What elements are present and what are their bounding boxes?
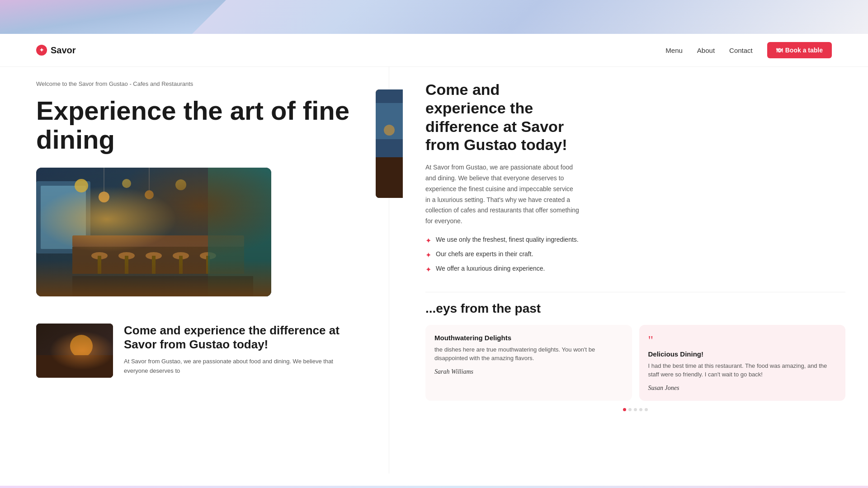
top-bar-decoration: [0, 0, 226, 34]
page-wrapper: ✦ Savor Menu About Contact 🍽 Book a tabl…: [0, 34, 868, 486]
quote-mark-icon: ": [648, 334, 837, 347]
svg-rect-2: [36, 181, 90, 253]
svg-point-9: [91, 252, 108, 259]
second-restaurant-image: [36, 324, 113, 378]
dot-3[interactable]: [634, 408, 637, 411]
dot-1[interactable]: [623, 408, 626, 411]
svg-rect-3: [41, 186, 86, 249]
left-column: Welcome to the Savor from Gustao - Cafes…: [0, 67, 389, 474]
content-area: Welcome to the Savor from Gustao - Cafes…: [0, 67, 868, 474]
feature-1-icon: ✦: [425, 236, 431, 245]
restaurant-image: [36, 168, 271, 296]
review-card-2: " Delicious Dining! I had the best time …: [639, 325, 846, 401]
feature-2-text: Our chefs are experts in their craft.: [436, 250, 533, 258]
dot-2[interactable]: [628, 408, 632, 411]
review-2-title: Delicious Dining!: [648, 350, 837, 358]
svg-rect-24: [72, 276, 253, 296]
logo-text: Savor: [51, 45, 76, 56]
svg-point-31: [384, 125, 395, 136]
right-section-desc: At Savor from Gustao, we are passionate …: [425, 162, 579, 227]
feature-1: ✦ We use only the freshest, finest quali…: [425, 236, 845, 245]
feature-3-text: We offer a luxurious dining experience.: [436, 265, 545, 272]
svg-rect-19: [208, 168, 271, 296]
feature-1-text: We use only the freshest, finest quality…: [436, 236, 579, 243]
svg-point-27: [70, 335, 93, 357]
breadcrumb: Welcome to the Savor from Gustao - Cafes…: [36, 80, 353, 87]
reviews-grid: Mouthwatering Delights the dishes here a…: [425, 325, 845, 401]
svg-rect-16: [179, 256, 183, 274]
nav-contact[interactable]: Contact: [729, 47, 753, 54]
second-content-block: Come and experience the difference at Sa…: [36, 324, 353, 378]
svg-rect-8: [72, 247, 244, 274]
review-2-text: I had the best time at this restaurant. …: [648, 361, 837, 379]
svg-point-5: [122, 179, 131, 188]
svg-rect-14: [152, 256, 156, 274]
second-text: Come and experience the difference at Sa…: [124, 324, 353, 376]
second-block-title: Come and experience the difference at Sa…: [124, 324, 353, 352]
feature-3-icon: ✦: [425, 265, 431, 274]
reviews-title-partial: ...eys from the past: [425, 301, 541, 315]
hero-title: Experience the art of fine dining: [36, 96, 353, 154]
book-table-button[interactable]: 🍽 Book a table: [767, 42, 832, 58]
dot-4[interactable]: [639, 408, 642, 411]
feature-2: ✦ Our chefs are experts in their craft.: [425, 250, 845, 259]
dot-5[interactable]: [645, 408, 648, 411]
svg-rect-25: [36, 324, 113, 378]
svg-rect-28: [36, 355, 113, 378]
second-image-svg: [36, 324, 113, 378]
svg-point-17: [200, 252, 216, 259]
svg-rect-18: [206, 256, 210, 274]
svg-rect-0: [36, 168, 271, 296]
svg-rect-10: [98, 256, 101, 274]
review-card-1: Mouthwatering Delights the dishes here a…: [425, 325, 632, 401]
book-icon: 🍽: [776, 47, 783, 54]
feature-2-icon: ✦: [425, 251, 431, 259]
feature-3: ✦ We offer a luxurious dining experience…: [425, 265, 845, 274]
svg-rect-26: [36, 324, 113, 378]
partial-image-svg: [376, 89, 403, 198]
svg-rect-12: [125, 256, 128, 274]
restaurant-svg: [36, 168, 271, 296]
logo-icon: ✦: [36, 45, 47, 56]
svg-rect-7: [72, 235, 244, 247]
reviews-title: ...eys from the past: [425, 301, 845, 316]
reviewer-1-name: Sarah Williams: [434, 368, 623, 375]
review-1-title: Mouthwatering Delights: [434, 334, 623, 342]
right-content-area: Come and experience the difference at Sa…: [425, 80, 845, 411]
nav-about[interactable]: About: [697, 47, 715, 54]
svg-point-15: [173, 252, 189, 259]
svg-rect-32: [376, 157, 403, 198]
review-1-text: the dishes here are true mouthwatering d…: [434, 345, 623, 363]
right-section-title: Come and experience the difference at Sa…: [425, 80, 579, 154]
svg-point-21: [99, 192, 109, 202]
svg-point-6: [175, 179, 186, 190]
logo[interactable]: ✦ Savor: [36, 45, 76, 56]
book-label: Book a table: [785, 47, 823, 54]
svg-point-11: [118, 252, 135, 259]
svg-point-13: [146, 252, 162, 259]
navbar: ✦ Savor Menu About Contact 🍽 Book a tabl…: [0, 34, 868, 67]
reviewer-2-name: Susan Jones: [648, 385, 837, 392]
svg-rect-1: [36, 168, 271, 296]
svg-point-23: [145, 190, 154, 199]
reviews-section: ...eys from the past Mouthwatering Delig…: [425, 292, 845, 411]
second-block-desc: At Savor from Gustao, we are passionate …: [124, 357, 353, 376]
nav-menu[interactable]: Menu: [665, 47, 683, 54]
top-bar: [0, 0, 868, 34]
right-column: Come and experience the difference at Sa…: [389, 67, 868, 474]
partial-image-strip: [376, 89, 403, 198]
carousel-dots: [425, 408, 845, 411]
nav-links: Menu About Contact 🍽 Book a table: [665, 42, 832, 58]
svg-point-4: [75, 179, 88, 192]
bottom-section: Come and experience: [0, 486, 868, 488]
